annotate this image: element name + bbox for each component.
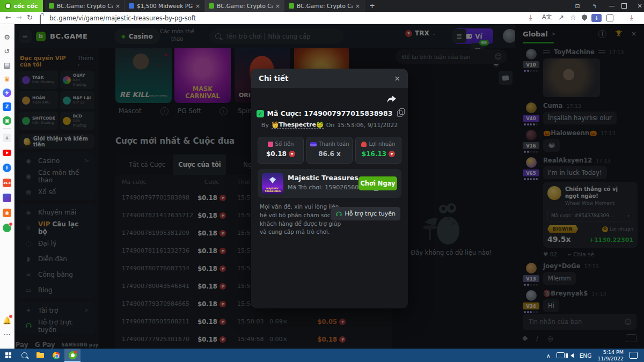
tab-close-icon[interactable]: × bbox=[195, 3, 200, 10]
volume-icon[interactable] bbox=[570, 353, 574, 358]
trx-coin-icon bbox=[289, 151, 295, 157]
share-bet-button[interactable] bbox=[387, 95, 396, 106]
tab-title: BC.Game: Crypto Casino Gan bbox=[297, 3, 353, 9]
start-button[interactable] bbox=[0, 349, 16, 362]
browser-tab-2[interactable]: $1,500 Midweek PGSoft Mult × bbox=[125, 0, 204, 12]
screen: cốc cốc BC.Game: Crypto Casino Gam × $1,… bbox=[0, 0, 644, 362]
bet-stats-row: Số tiền $0.18 Thanh toán 86.6 x Lợi nhuậ… bbox=[258, 137, 401, 164]
browser-tab-3-active[interactable]: BC.Game: Crypto Casino Gam × bbox=[205, 0, 284, 12]
bet-details-modal: Chi tiết × ✓ Mã Cược: 174900797701583898… bbox=[251, 69, 408, 308]
touch-keyboard-icon[interactable] bbox=[557, 352, 565, 358]
trx-coin-icon bbox=[389, 151, 395, 157]
pgsoft-favicon bbox=[129, 3, 134, 9]
coccoc-taskbar-icon[interactable] bbox=[64, 349, 80, 362]
system-tray: ∧ ENG 5:14 PM 11/9/2022 bbox=[546, 349, 644, 362]
reload-button[interactable]: ↻ bbox=[27, 14, 33, 21]
zalo-icon[interactable]: Z bbox=[0, 100, 14, 113]
tab-title: BC.Game: Crypto Casino Gam bbox=[57, 3, 113, 9]
history-icon[interactable]: ↺ bbox=[0, 45, 14, 57]
bet-datetime: 15:53:06, 9/11/2022 bbox=[337, 122, 398, 129]
add-shortcut-icon[interactable]: + bbox=[0, 131, 14, 144]
reading-mode-icon[interactable]: ⊡ bbox=[573, 3, 582, 10]
gear-icon[interactable]: ⚙ bbox=[0, 31, 14, 43]
maximize-button[interactable] bbox=[621, 3, 627, 9]
save-page-icon[interactable]: ⤓ bbox=[529, 14, 532, 21]
bcgame-favicon bbox=[209, 3, 214, 9]
forward-button[interactable]: → bbox=[16, 14, 22, 21]
bcgame-favicon bbox=[49, 3, 54, 9]
headset-icon bbox=[335, 210, 342, 217]
stat-profit: Lợi nhuận $16.13 bbox=[355, 137, 401, 164]
bet-author-row: By 👑Thespectre🐸 On 15:53:06, 9/11/2022 bbox=[251, 121, 408, 129]
live-support-button[interactable]: Hỗ trợ trực tuyến bbox=[331, 207, 400, 220]
close-window-button[interactable]: ✕ bbox=[635, 3, 644, 10]
bet-id-value: 1749007977015838983 bbox=[304, 109, 392, 117]
facebook-icon[interactable]: f bbox=[0, 161, 14, 174]
tab-close-icon[interactable]: × bbox=[115, 3, 120, 10]
green-pin-icon[interactable] bbox=[0, 221, 14, 234]
back-to-app-icon[interactable]: ↰ bbox=[590, 3, 599, 10]
stat-amount: Số tiền $0.18 bbox=[258, 137, 304, 164]
news-feed-icon[interactable]: ▤ bbox=[0, 58, 14, 71]
verified-check-icon: ✓ bbox=[257, 110, 264, 117]
windows-taskbar: ∧ ENG 5:14 PM 11/9/2022 bbox=[0, 349, 644, 362]
browser-toolbar: ← → ↻ bc.game/vi/game/majestic-treasures… bbox=[0, 12, 644, 24]
minimize-button[interactable]: — bbox=[608, 2, 616, 9]
taskbar-clock[interactable]: 5:14 PM 11/9/2022 bbox=[597, 349, 624, 362]
language-indicator[interactable]: ENG bbox=[580, 352, 592, 359]
browser-tab-strip: cốc cốc BC.Game: Crypto Casino Gam × $1,… bbox=[0, 0, 644, 12]
youtube-icon[interactable] bbox=[0, 146, 14, 159]
file-explorer-icon[interactable] bbox=[32, 349, 48, 362]
game-thumbnail[interactable]: MAJESTIC TREASURES bbox=[262, 173, 283, 194]
bell-icon[interactable]: 🔔 bbox=[0, 314, 14, 327]
copy-icon[interactable] bbox=[397, 110, 402, 117]
tab-close-icon[interactable]: × bbox=[355, 3, 360, 10]
new-tab-button[interactable]: + bbox=[369, 2, 375, 10]
profit-hand-icon bbox=[361, 142, 367, 147]
modal-title: Chi tiết bbox=[259, 74, 289, 83]
tab-title: BC.Game: Crypto Casino Gam bbox=[217, 3, 273, 9]
share-arrow-icon bbox=[387, 95, 396, 104]
coccoc-brand[interactable]: cốc cốc bbox=[0, 0, 43, 12]
tab-title: $1,500 Midweek PGSoft Mult bbox=[137, 3, 193, 9]
game-shortcut-icon[interactable] bbox=[0, 191, 14, 204]
download-button[interactable]: ↓ bbox=[591, 14, 602, 22]
extensions-puzzle-icon[interactable] bbox=[606, 14, 613, 21]
browser-tab-4[interactable]: BC.Game: Crypto Casino Gan × bbox=[285, 0, 364, 12]
stat-payout: Thanh toán 86.6 x bbox=[306, 137, 353, 164]
crown-icon[interactable]: ♛ bbox=[0, 72, 14, 85]
chrome-icon[interactable] bbox=[48, 349, 64, 362]
camera-app-icon[interactable]: ◉ bbox=[0, 206, 14, 219]
action-center-icon[interactable] bbox=[630, 352, 638, 359]
tab-close-icon[interactable]: × bbox=[275, 3, 280, 10]
close-icon[interactable]: × bbox=[394, 74, 400, 83]
game-card: MAJESTIC TREASURES Majestic Treasures Mã… bbox=[258, 169, 401, 198]
bookmark-star-icon[interactable]: ☆ bbox=[570, 14, 576, 21]
tray-expand-icon[interactable]: ∧ bbox=[546, 352, 551, 359]
bet-author[interactable]: 👑Thespectre🐸 bbox=[272, 121, 324, 129]
share-page-icon[interactable]: ↗ bbox=[558, 14, 564, 21]
credit-card-icon bbox=[310, 142, 317, 146]
more-options-icon[interactable]: ⋯ bbox=[0, 328, 14, 341]
downloads-tray-icon[interactable]: ⤓ bbox=[630, 14, 633, 21]
games-controller-icon[interactable]: ▣ bbox=[0, 114, 14, 127]
messenger-icon[interactable] bbox=[0, 86, 14, 99]
adblock-shield-icon[interactable] bbox=[582, 14, 587, 21]
strip-divider bbox=[3, 128, 11, 129]
back-button[interactable]: ← bbox=[5, 14, 11, 21]
browser-side-strip: ⚙ ↺ ▤ ♛ Z ▣ + f 25.8 ◉ bbox=[0, 24, 14, 349]
play-now-button[interactable]: Chơi Ngay bbox=[358, 176, 397, 190]
modal-header: Chi tiết × bbox=[251, 69, 408, 88]
bcgame-favicon bbox=[289, 3, 294, 9]
address-bar[interactable]: bc.game/vi/game/majestic-treasures-by-pg… bbox=[49, 14, 196, 22]
coccoc-brand-label: cốc cốc bbox=[13, 3, 38, 10]
bet-id-row: ✓ Mã Cược: 1749007977015838983 bbox=[251, 109, 408, 117]
browser-tab-1[interactable]: BC.Game: Crypto Casino Gam × bbox=[45, 0, 125, 12]
taskbar-search-icon[interactable] bbox=[16, 349, 32, 362]
game-name: Majestic Treasures bbox=[288, 174, 358, 182]
coccoc-icon bbox=[5, 3, 11, 9]
translate-icon[interactable]: A文 bbox=[542, 14, 552, 20]
dice-icon bbox=[268, 142, 273, 147]
shopping-app-icon[interactable]: 25.8 bbox=[0, 176, 14, 189]
